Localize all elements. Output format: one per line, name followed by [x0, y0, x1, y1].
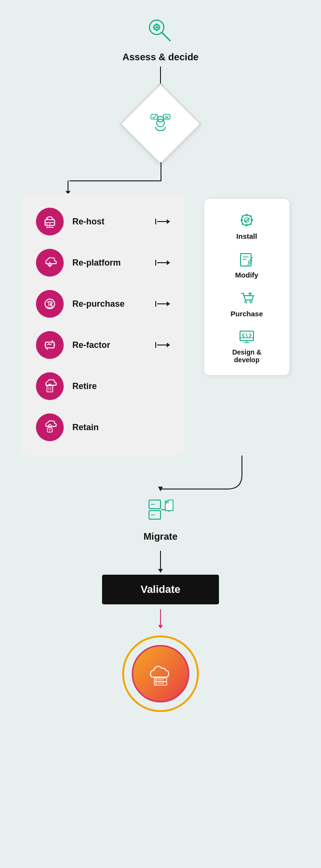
modify-label: Modify	[235, 271, 258, 279]
retire-icon-circle	[36, 372, 64, 400]
svg-rect-41	[251, 220, 253, 221]
svg-point-50	[245, 301, 247, 303]
repurchase-label: Re-purchase	[72, 299, 147, 309]
svg-rect-40	[241, 220, 243, 221]
arrow-migrate-to-validate	[160, 551, 161, 570]
strategy-refactor: Re-factor	[36, 331, 170, 359]
action-design-develop: Design &develop	[214, 326, 280, 364]
refactor-arrow	[155, 342, 170, 348]
action-purchase: Purchase	[214, 288, 280, 318]
svg-point-21	[49, 223, 50, 224]
repurchase-icon-circle	[36, 290, 64, 318]
svg-rect-38	[246, 214, 248, 216]
strategy-rehost: Re-host	[36, 208, 170, 235]
validate-box: Validate	[102, 575, 218, 604]
svg-rect-45	[241, 223, 243, 225]
diamond-branch-connector	[22, 162, 299, 193]
svg-point-51	[250, 301, 252, 303]
replatform-arrow	[155, 260, 170, 266]
svg-point-20	[46, 223, 47, 224]
svg-rect-6	[153, 27, 155, 28]
cloud-output-outer	[122, 635, 199, 712]
flow-diagram: Assess & decide	[0, 14, 321, 712]
rehost-label: Re-host	[72, 217, 147, 227]
design-develop-label: Design &develop	[232, 348, 262, 364]
rehost-icon-circle	[36, 208, 64, 235]
arrow-validate-to-cloud	[160, 609, 161, 626]
assess-icon	[144, 14, 177, 48]
refactor-icon-circle	[36, 331, 64, 359]
svg-rect-43	[250, 223, 252, 225]
strategy-replatform: Re-platform	[36, 249, 170, 277]
svg-point-27	[45, 299, 55, 309]
svg-point-24	[46, 227, 48, 228]
validate-label: Validate	[140, 583, 180, 595]
strategies-box: Re-host Re-platform	[22, 193, 184, 456]
repurchase-arrow	[155, 301, 170, 307]
svg-rect-7	[159, 27, 160, 28]
svg-rect-15	[163, 114, 170, 119]
refactor-label: Re-factor	[72, 340, 147, 350]
install-label: Install	[236, 232, 257, 240]
retain-label: Retain	[72, 423, 170, 433]
migrate-icon	[144, 494, 177, 527]
svg-point-25	[52, 227, 54, 228]
replatform-icon-circle	[36, 249, 64, 277]
replatform-label: Re-platform	[72, 258, 147, 268]
assess-label: Assess & decide	[123, 52, 199, 63]
purchase-label: Purchase	[230, 310, 263, 318]
svg-line-1	[162, 33, 170, 41]
strategy-retain: Retain	[36, 413, 170, 441]
svg-rect-29	[47, 386, 53, 392]
svg-rect-4	[156, 23, 158, 25]
rehost-arrow	[155, 219, 170, 224]
svg-point-3	[156, 26, 158, 29]
svg-point-70	[156, 683, 157, 684]
action-modify: Modify	[214, 249, 280, 279]
cloud-output-inner	[132, 645, 189, 702]
action-install: Install	[214, 210, 280, 240]
strategy-action-row: Re-host Re-platform	[22, 193, 299, 456]
svg-rect-42	[241, 215, 243, 217]
retire-label: Retire	[72, 381, 170, 391]
svg-rect-14	[151, 114, 158, 119]
svg-line-58	[246, 333, 247, 337]
svg-rect-44	[250, 215, 252, 217]
actions-box: Install Modify	[204, 198, 290, 376]
retain-icon-circle	[36, 413, 64, 441]
right-box-to-migrate-connector	[22, 456, 299, 494]
strategy-repurchase: Re-purchase	[36, 290, 170, 318]
svg-rect-5	[156, 29, 158, 31]
decision-diamond	[122, 86, 199, 162]
strategy-retire: Retire	[36, 372, 170, 400]
svg-point-35	[49, 429, 51, 431]
svg-rect-39	[246, 224, 248, 226]
svg-point-69	[156, 679, 157, 680]
migrate-label: Migrate	[143, 531, 177, 542]
